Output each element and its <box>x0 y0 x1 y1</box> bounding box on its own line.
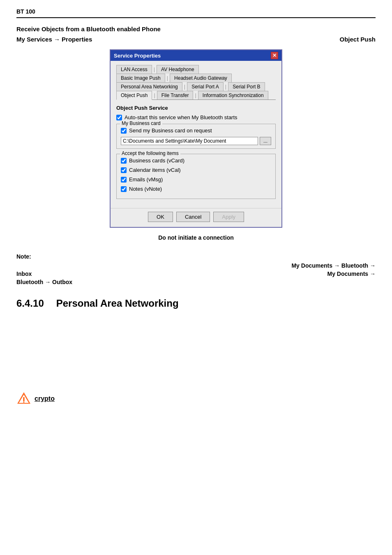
note-inbox: Inbox <box>16 271 32 277</box>
browse-button[interactable]: ... <box>260 137 271 145</box>
accept-items-group: Accept the following items Business card… <box>116 154 276 199</box>
send-business-card-checkbox[interactable] <box>121 128 127 134</box>
accept-vmsg-label: Emails (vMsg) <box>129 176 163 183</box>
accept-vmsg-checkbox[interactable] <box>121 177 127 183</box>
accept-vcards-label: Business cards (vCard) <box>129 157 184 164</box>
accept-vcal-row: Calendar items (vCal) <box>121 167 271 173</box>
accept-vmsg-row: Emails (vMsg) <box>121 176 271 183</box>
tab-av-headphone[interactable]: AV Headphone <box>157 65 199 74</box>
nav-right: Object Push <box>339 36 376 43</box>
dialog-buttons: OK Cancel Apply <box>111 208 281 227</box>
note-row-2: Inbox My Documents → <box>16 271 376 277</box>
logo-icon <box>16 391 31 406</box>
autostart-checkbox[interactable] <box>116 115 122 120</box>
tab-object-push[interactable]: Object Push <box>116 91 152 100</box>
accept-vnote-row: Notes (vNote) <box>121 186 271 192</box>
note-right-2: My Documents → <box>327 271 376 277</box>
svg-point-3 <box>23 402 25 403</box>
tab-personal-area-networking[interactable]: Personal Area Networking <box>116 82 182 91</box>
service-properties-dialog: Service Properties ✕ LAN Access | AV Hea… <box>110 49 282 228</box>
note-row-1: My Documents → Bluetooth → <box>16 262 376 269</box>
section-intro-title: Receive Objects from a Bluetooth enabled… <box>16 25 376 32</box>
cancel-button[interactable]: Cancel <box>176 212 210 222</box>
dialog-wrapper: Service Properties ✕ LAN Access | AV Hea… <box>16 49 376 228</box>
logo-text: crypto <box>35 395 55 402</box>
autostart-row: Auto-start this service when My Bluetoot… <box>116 114 276 120</box>
ok-button[interactable]: OK <box>148 212 173 222</box>
accept-vnote-label: Notes (vNote) <box>129 186 162 192</box>
page-title: BT 100 <box>16 8 35 15</box>
note-right-1: My Documents → Bluetooth → <box>291 262 376 269</box>
accept-vcards-checkbox[interactable] <box>121 158 127 164</box>
autostart-label: Auto-start this service when My Bluetoot… <box>125 114 238 120</box>
note-section: Note: My Documents → Bluetooth → Inbox M… <box>16 253 376 285</box>
tab-serial-port-b[interactable]: Serial Port B <box>228 82 265 91</box>
tab-row-2: Basic Image Push | Headset Audio Gateway <box>116 74 276 82</box>
send-label: Send my Business card on request <box>129 127 212 134</box>
note-label: Note: <box>16 253 31 260</box>
tab-row-1: LAN Access | AV Headphone <box>116 65 276 74</box>
apply-button[interactable]: Apply <box>213 212 244 222</box>
accept-vcal-checkbox[interactable] <box>121 167 127 173</box>
section-heading: 6.4.10 Personal Area Networking <box>16 298 376 309</box>
accept-vcards-row: Business cards (vCard) <box>121 157 271 164</box>
section-name: Personal Area Networking <box>56 298 179 309</box>
note-row-3: Bluetooth → Outbox <box>16 279 376 285</box>
footer-logo: crypto <box>16 391 376 406</box>
tab-info-sync[interactable]: Information Synchronization <box>198 91 268 99</box>
dialog-close-button[interactable]: ✕ <box>271 52 278 59</box>
tab-serial-port-a[interactable]: Serial Port A <box>187 82 224 91</box>
accept-vnote-checkbox[interactable] <box>121 186 127 192</box>
send-business-card-row: Send my Business card on request <box>121 127 271 134</box>
tab-lan-access[interactable]: LAN Access <box>116 65 152 74</box>
business-card-group-label: My Business card <box>120 120 162 126</box>
business-card-group: My Business card Send my Business card o… <box>116 124 276 149</box>
dialog-content: LAN Access | AV Headphone Basic Image Pu… <box>111 61 281 208</box>
caption-below: Do not initiate a connection <box>16 234 376 241</box>
nav-path: My Services → Properties <box>16 36 92 43</box>
nav-line: My Services → Properties Object Push <box>16 36 376 43</box>
tab-row-4: Object Push | File Transfer | Informatio… <box>116 91 276 99</box>
accept-vcal-label: Calendar items (vCal) <box>129 167 181 173</box>
dialog-title: Service Properties <box>114 53 161 59</box>
accept-items-label: Accept the following items <box>120 150 180 156</box>
path-row: ... <box>121 137 271 145</box>
note-outbox: Bluetooth → Outbox <box>16 279 72 285</box>
tab-row-3: Personal Area Networking | Serial Port A… <box>116 82 276 91</box>
page-header: BT 100 <box>16 8 376 18</box>
note-lines: My Documents → Bluetooth → Inbox My Docu… <box>16 262 376 285</box>
service-label: Object Push Service <box>116 105 276 111</box>
tab-headset-audio-gateway[interactable]: Headset Audio Gateway <box>170 74 232 82</box>
path-input[interactable] <box>121 137 258 145</box>
section-number: 6.4.10 <box>16 298 44 309</box>
tab-basic-image-push[interactable]: Basic Image Push <box>116 74 165 82</box>
tab-file-transfer[interactable]: File Transfer <box>157 91 194 99</box>
dialog-titlebar: Service Properties ✕ <box>111 50 281 61</box>
tabs-container: LAN Access | AV Headphone Basic Image Pu… <box>116 65 276 100</box>
